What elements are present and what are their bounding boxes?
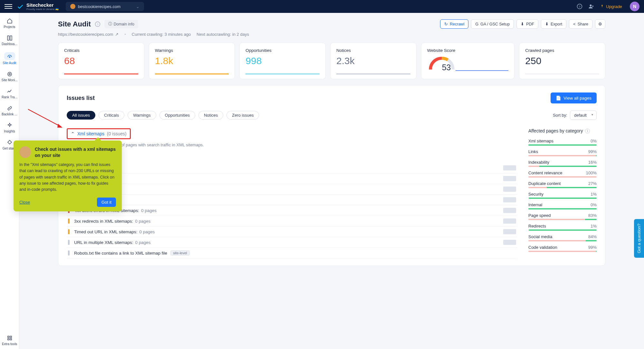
chip-zero-issues[interactable]: Zero issues [226, 111, 259, 120]
severity-dot [68, 250, 70, 256]
dashboard-icon [7, 35, 13, 41]
brand-sub: Proudly made in Ukraine 🇺🇦 [26, 8, 59, 11]
issue-name: Timed out URL in XML sitemaps: [74, 229, 138, 234]
view-all-pages-button[interactable]: 📄 View all pages [551, 92, 597, 103]
svg-point-2 [590, 5, 592, 6]
category-row[interactable]: Xml sitemaps0% [528, 139, 597, 143]
svg-point-5 [9, 57, 10, 58]
stat-warnings[interactable]: Warnings 1.8k [149, 43, 235, 79]
page-title: Site Audit [58, 20, 91, 28]
add-user-icon[interactable] [588, 4, 594, 9]
pdf-button[interactable]: ⬇ PDF [516, 19, 538, 29]
upgrade-button[interactable]: Upgrade [600, 4, 622, 9]
svg-text:?: ? [579, 5, 581, 8]
xml-desc: of non-200 URLs or missing of pages with… [67, 142, 517, 147]
avatar[interactable]: N [630, 2, 639, 11]
issue-row[interactable]: Timed out URL in XML sitemaps:0 pages [67, 227, 517, 237]
stat-crawled-pages[interactable]: Crawled pages 250 [519, 43, 605, 79]
category-row[interactable]: Code validation99% [528, 245, 597, 250]
category-row[interactable]: Social media84% [528, 234, 597, 239]
category-row[interactable]: Duplicate content27% [528, 181, 597, 186]
tooltip-close[interactable]: Close [19, 200, 30, 205]
info-icon: ⓘ [108, 21, 112, 27]
tooltip-title: Check out issues with a xml sitemaps on … [35, 146, 116, 159]
svg-point-6 [8, 72, 12, 76]
help-icon[interactable]: ? [577, 4, 582, 9]
chip-opportunities[interactable]: Opportunities [159, 111, 195, 120]
page-header: Site Audit ? ⓘ Domain info ↻ Recrawl G G… [58, 19, 605, 29]
issue-row[interactable]: sitemaps:0 pages [67, 163, 517, 173]
menu-icon[interactable] [5, 3, 12, 10]
category-bar [528, 155, 597, 156]
tooltip-avatar [19, 146, 31, 158]
next-crawl-text: Next autocrawling: in 2 days [197, 32, 249, 37]
chip-notices[interactable]: Notices [198, 111, 223, 120]
question-tab[interactable]: Got a question? [634, 219, 644, 258]
export-button[interactable]: ⬇ Export [541, 19, 566, 29]
sidebar-item-dashboard[interactable]: Dashboa... [1, 33, 19, 48]
filter-row: All issues Criticals Warnings Opportunit… [67, 111, 597, 120]
recrawl-button[interactable]: ↻ Recrawl [440, 19, 468, 29]
top-header: Sitechecker Proudly made in Ukraine 🇺🇦 b… [0, 0, 644, 13]
chip-warnings[interactable]: Warnings [128, 111, 156, 120]
issue-sparkline [503, 165, 516, 170]
sidebar-item-rank-tracker[interactable]: Rank Tra... [1, 86, 19, 101]
stat-criticals[interactable]: Criticals 68 [58, 43, 144, 79]
sidebar-item-site-monitor[interactable]: Site Moni... [1, 69, 19, 84]
category-row[interactable]: Internal0% [528, 202, 597, 207]
sidebar-item-insights[interactable]: Insights [1, 121, 19, 135]
issue-row[interactable]: URL in multiple XML sitemaps:0 pages [67, 237, 517, 248]
category-bar [528, 229, 597, 231]
issue-sparkline [503, 240, 516, 245]
sort-select[interactable]: default [570, 111, 597, 120]
issue-pages: 0 pages [135, 240, 151, 245]
chip-all-issues[interactable]: All issues [67, 111, 95, 120]
category-row[interactable]: Links99% [528, 149, 597, 154]
sidebar-item-site-audit[interactable]: Site Audit [1, 50, 19, 67]
category-row[interactable]: Content relevance100% [528, 170, 597, 175]
sidebar-item-backlink[interactable]: Backlink ... [1, 103, 19, 118]
category-bar [528, 144, 597, 146]
issue-row[interactable]: Robots.txt file contains a link to XML s… [67, 248, 517, 258]
site-url-link[interactable]: https://bestcookierecipes.com ↗ [58, 32, 119, 37]
category-row[interactable]: Redirects1% [528, 224, 597, 228]
share-button[interactable]: < Share [569, 19, 592, 29]
issue-pages: 0 pages [139, 229, 155, 234]
sidebar-item-projects[interactable]: Projects [1, 16, 19, 31]
tooltip-gotit-button[interactable]: Got it [97, 198, 116, 207]
info-icon[interactable]: i [585, 129, 590, 133]
categories-title: Affected pages by category [528, 128, 583, 133]
chevron-up-icon: ⌃ [71, 131, 75, 136]
issue-sparkline [503, 176, 516, 181]
category-row[interactable]: Indexability16% [528, 160, 597, 165]
category-row[interactable]: Page speed83% [528, 213, 597, 218]
stat-website-score[interactable]: Website Score 53 [421, 43, 515, 79]
stat-notices[interactable]: Notices 2.3k [330, 43, 417, 79]
download-icon: ⬇ [521, 22, 524, 26]
issue-sparkline [503, 208, 516, 213]
help-icon[interactable]: ? [95, 21, 101, 27]
stat-opportunities[interactable]: Opportunities 998 [239, 43, 326, 79]
severity-dot [68, 229, 70, 234]
ga-setup-button[interactable]: G GA / GSC Setup [471, 19, 514, 29]
categories-panel: Affected pages by category i Xml sitemap… [528, 128, 597, 258]
issue-sparkline [503, 187, 516, 192]
chip-criticals[interactable]: Criticals [99, 111, 124, 120]
domain-selector[interactable]: bestcookierecipes.com ⌄ [66, 2, 144, 11]
category-row[interactable]: Security1% [528, 192, 597, 197]
issue-row[interactable]: 3xx redirects in XML sitemaps:0 pages [67, 216, 517, 227]
issue-pages: 0 pages [135, 219, 150, 224]
issue-row[interactable]: 4xx client errors in XML sitemaps:0 page… [67, 205, 517, 216]
settings-button[interactable]: ⚙ [595, 19, 605, 29]
category-bar [528, 198, 597, 199]
onboarding-tooltip: Check out issues with a xml sitemaps on … [14, 141, 122, 211]
svg-point-7 [9, 73, 10, 75]
issues-panel: Issues list 📄 View all pages All issues … [58, 85, 605, 266]
issue-row[interactable]: emaps:0 pages [67, 195, 517, 205]
domain-info-button[interactable]: ⓘ Domain info [104, 20, 138, 28]
trend-icon [7, 88, 13, 94]
favicon-icon [70, 4, 75, 9]
logo[interactable]: Sitechecker Proudly made in Ukraine 🇺🇦 [17, 2, 59, 11]
issue-row[interactable]: emaps:0 pages [67, 184, 517, 195]
issue-row[interactable]: aps:0 pages [67, 173, 517, 184]
